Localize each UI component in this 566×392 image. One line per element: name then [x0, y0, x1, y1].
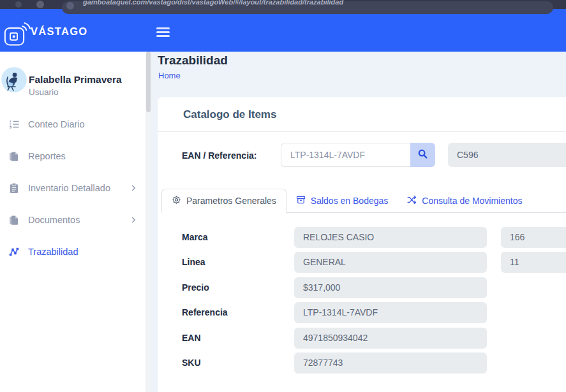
sidebar-item-label: Conteo Diario — [28, 119, 85, 129]
main-content: Trazabilidad Home Catalogo de Items EAN … — [151, 52, 566, 392]
ean-value-field: 4971850934042 — [294, 328, 487, 349]
files-icon — [8, 214, 20, 226]
field-label: Referencia — [182, 307, 228, 317]
sku-value-field: 72877743 — [294, 352, 487, 374]
marca-code-field: 166 — [501, 227, 566, 248]
scrollbar-thumb[interactable] — [146, 52, 151, 112]
list-ol-icon — [8, 119, 20, 130]
field-label: EAN — [182, 333, 201, 343]
tab-consulta-de-movimientos[interactable]: Consulta de Movimientos — [398, 189, 532, 213]
breadcrumb-home-link[interactable]: Home — [158, 71, 181, 80]
marca-value-field: RELOJES CASIO — [294, 227, 487, 248]
browser-tab-icon — [15, 1, 22, 8]
search-icon — [417, 149, 428, 161]
menu-toggle-icon[interactable] — [156, 27, 170, 38]
browser-bar: gamboataquel.com/vastago/dist/vastagoWeb… — [0, 0, 566, 9]
card-header: Catalogo de Items — [158, 97, 566, 132]
precio-value-field: $317,000 — [294, 277, 487, 298]
sidebar-item-documentos[interactable]: Documentos — [0, 204, 145, 236]
page-title: Trazabilidad — [158, 54, 228, 68]
sidebar: Falabella Primavera Usuario Conteo Diari… — [0, 52, 145, 392]
site-favicon — [66, 2, 74, 10]
item-code-field: C596 — [448, 143, 566, 167]
referencia-value-field: LTP-1314L-7AVDF — [294, 302, 487, 323]
shuffle-icon — [407, 195, 417, 207]
field-label: SKU — [182, 358, 201, 368]
sidebar-item-label: Inventario Detallado — [28, 183, 110, 193]
ean-search-input[interactable] — [281, 143, 410, 167]
tab-parametros-generales[interactable]: Parametros Generales — [161, 189, 287, 213]
app-header: VÁSTAGO — [0, 9, 566, 52]
linea-value-field: GENERAL — [294, 252, 487, 273]
brand-name: VÁSTAGO — [31, 25, 87, 38]
clipboard-icon — [8, 182, 20, 194]
sidebar-item-label: Reportes — [28, 151, 66, 161]
sidebar-item-conteo-diario[interactable]: Conteo Diario — [0, 108, 145, 140]
tab-label: Saldos en Bodegas — [311, 196, 388, 206]
network-icon — [8, 246, 20, 258]
tab-label: Consulta de Movimientos — [422, 196, 522, 206]
field-label: Marca — [182, 232, 207, 242]
user-name: Falabella Primavera — [29, 74, 122, 85]
file-icon — [8, 150, 20, 162]
sidebar-item-label: Documentos — [28, 215, 80, 225]
field-label: Precio — [182, 282, 209, 293]
search-button[interactable] — [410, 143, 435, 167]
user-avatar — [1, 67, 27, 92]
ean-referencia-label: EAN / Referencia: — [182, 150, 257, 161]
url-text: gamboataquel.com/vastago/dist/vastagoWeb… — [83, 0, 343, 6]
tab-label: Parametros Generales — [186, 196, 276, 206]
browser-extension-icon — [36, 1, 44, 8]
linea-code-field: 11 — [501, 252, 566, 273]
vastago-logo-icon — [4, 20, 32, 51]
archive-icon — [296, 195, 306, 207]
gear-icon — [172, 195, 181, 207]
sidebar-item-trazabilidad[interactable]: Trazabilidad — [0, 236, 145, 268]
sidebar-scrollbar[interactable] — [145, 52, 151, 392]
tab-saldos-en-bodegas[interactable]: Saldos en Bodegas — [287, 189, 398, 213]
sidebar-item-inventario-detallado[interactable]: Inventario Detallado — [0, 172, 145, 204]
field-label: Linea — [182, 257, 205, 267]
chevron-right-icon — [129, 215, 138, 227]
card-title: Catalogo de Items — [183, 108, 276, 121]
catalog-card: Catalogo de Items EAN / Referencia: C596 — [158, 97, 566, 392]
sidebar-item-label: Trazabilidad — [28, 247, 78, 257]
sidebar-item-reportes[interactable]: Reportes — [0, 140, 145, 172]
tab-bar: Parametros Generales Saldos en Bodegas — [161, 189, 566, 213]
side-menu: Conteo Diario Reportes Inventario De — [0, 108, 145, 268]
chevron-right-icon — [129, 184, 138, 195]
user-role: Usuario — [29, 87, 59, 97]
